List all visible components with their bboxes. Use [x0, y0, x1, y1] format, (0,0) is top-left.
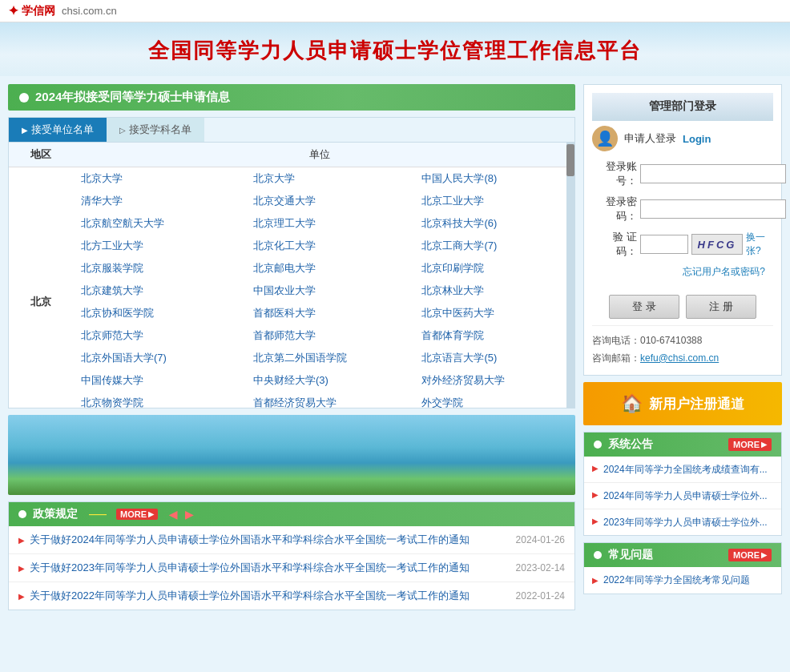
- scrollbar-track[interactable]: [566, 143, 574, 408]
- university-data-table: 北京北京大学北京大学中国人民大学(8)清华大学北京交通大学北京工业大学北京航空航…: [9, 167, 566, 408]
- col-header-unit: 单位: [73, 143, 566, 167]
- contact-info: 咨询电话：010-67410388 咨询邮箱：kefu@chsi.com.cn: [592, 325, 773, 367]
- register-banner[interactable]: 🏠 新用户注册通道: [583, 382, 782, 425]
- table-cell-university[interactable]: 北京师范大学: [73, 324, 245, 347]
- table-cell-university[interactable]: 首都经济贸易大学: [245, 392, 414, 408]
- table-cell-university[interactable]: 北京协和医学院: [73, 302, 245, 324]
- faq-item[interactable]: ▶2022年同等学力全国统考常见问题: [584, 567, 781, 594]
- faq-more-btn[interactable]: MORE ▶: [728, 549, 772, 561]
- policy-item-date: 2022-01-24: [516, 590, 565, 602]
- faq-title: 常见问题: [608, 548, 653, 562]
- site-title: 全国同等学力人员申请硕士学位管理工作信息平台: [0, 37, 790, 65]
- announce-item[interactable]: ▶2023年同等学力人员申请硕士学位外...: [584, 509, 781, 535]
- forgot-link[interactable]: 忘记用户名或密码?: [592, 265, 765, 279]
- policy-items: ▶关于做好2024年同等学力人员申请硕士学位外国语水平和学科综合水平全国统一考试…: [9, 526, 574, 610]
- table-cell-university[interactable]: 北京航空航天大学: [73, 212, 245, 235]
- faq-items: ▶2022年同等学力全国统考常见问题: [584, 567, 781, 594]
- university-table: 地区 单位: [9, 143, 566, 167]
- table-cell-university[interactable]: 首都体育学院: [413, 324, 566, 347]
- table-cell-university[interactable]: 北京工业大学: [413, 190, 566, 212]
- announce-item[interactable]: ▶2024年同等学力人员申请硕士学位外...: [584, 483, 781, 509]
- contact-email-link[interactable]: kefu@chsi.com.cn: [640, 352, 719, 364]
- table-cell-university[interactable]: 北京大学: [245, 167, 414, 190]
- table-row: 中国传媒大学中央财经大学(3)对外经济贸易大学: [9, 369, 566, 392]
- table-cell-university[interactable]: 北京工商大学(7): [413, 235, 566, 257]
- table-cell-university[interactable]: 北京化工大学: [245, 235, 414, 257]
- policy-box: 政策规定 —— MORE ▶ ◀ ▶ ▶关于做好2024年同等学力人员申请硕士学…: [8, 501, 575, 610]
- announce-items: ▶2024年同等学力全国统考成绩查询有...▶2024年同等学力人员申请硕士学位…: [584, 457, 781, 535]
- policy-item[interactable]: ▶关于做好2024年同等学力人员申请硕士学位外国语水平和学科综合水平全国统一考试…: [9, 526, 574, 554]
- announce-dot: [594, 441, 602, 449]
- login-box: 管理部门登录 👤 申请人登录 Login 登录账号： 登录密码： 验 证 码：: [583, 84, 782, 376]
- table-cell-university[interactable]: 北京大学: [73, 167, 245, 190]
- captcha-refresh-link[interactable]: 换一张?: [746, 231, 773, 258]
- house-icon: 🏠: [621, 393, 643, 414]
- site-logo: ✦ 学信网: [8, 3, 55, 18]
- policy-item-text: 关于做好2022年同等学力人员申请硕士学位外国语水平和学科综合水平全国统一考试工…: [30, 589, 511, 603]
- tab-arrow-active: ▶: [22, 126, 28, 135]
- table-cell-university[interactable]: 北京中医药大学: [413, 302, 566, 324]
- section-header: 2024年拟接受同等学力硕士申请信息: [8, 84, 575, 111]
- policy-item-date: 2023-02-14: [516, 562, 565, 573]
- username-input[interactable]: [640, 164, 786, 183]
- password-input[interactable]: [640, 199, 786, 219]
- policy-bullet: ▶: [18, 592, 25, 601]
- table-cell-university[interactable]: 北京物资学院: [73, 392, 245, 408]
- table-cell-university[interactable]: 北京服装学院: [73, 257, 245, 280]
- policy-nav-btn[interactable]: ◀: [169, 509, 177, 521]
- table-area: 地区 单位 北京北京大学北京大学中国人民大学(8)清华大学北京交通大学北京工业大…: [9, 143, 574, 408]
- table-cell-university[interactable]: 清华大学: [73, 190, 245, 212]
- scrollbar-thumb[interactable]: [566, 144, 574, 176]
- login-button[interactable]: 登 录: [609, 295, 679, 319]
- table-cell-university[interactable]: 北京科技大学(6): [413, 212, 566, 235]
- table-cell-university[interactable]: 首都师范大学: [245, 324, 414, 347]
- table-cell-university[interactable]: 中国农业大学: [245, 280, 414, 302]
- table-cell-university[interactable]: 北京外国语大学(7): [73, 347, 245, 369]
- policy-item-date: 2024-01-26: [516, 534, 565, 545]
- announce-item[interactable]: ▶2024年同等学力全国统考成绩查询有...: [584, 457, 781, 483]
- table-row: 北京北京大学北京大学中国人民大学(8): [9, 167, 566, 190]
- table-cell-university[interactable]: 中央财经大学(3): [245, 369, 414, 392]
- username-row: 登录账号：: [592, 159, 773, 188]
- username-label: 登录账号：: [592, 159, 637, 188]
- table-scroll[interactable]: 北京北京大学北京大学中国人民大学(8)清华大学北京交通大学北京工业大学北京航空航…: [9, 167, 566, 408]
- table-cell-university[interactable]: 北京第二外国语学院: [245, 347, 414, 369]
- policy-title: 政策规定: [33, 507, 78, 521]
- table-cell-university[interactable]: 北京印刷学院: [413, 257, 566, 280]
- policy-item[interactable]: ▶关于做好2022年同等学力人员申请硕士学位外国语水平和学科综合水平全国统一考试…: [9, 582, 574, 610]
- tab-subject-list[interactable]: ▷ 接受学科名单: [107, 118, 204, 142]
- table-cell-university[interactable]: 对外经济贸易大学: [413, 369, 566, 392]
- faq-bullet: ▶: [592, 576, 599, 585]
- policy-more-btn[interactable]: MORE ▶: [116, 509, 158, 520]
- policy-dot: [18, 510, 26, 518]
- login-link[interactable]: Login: [683, 133, 711, 145]
- table-cell-university[interactable]: 中国传媒大学: [73, 369, 245, 392]
- table-row: 北京物资学院首都经济贸易大学外交学院: [9, 392, 566, 408]
- faq-header: 常见问题 MORE ▶: [584, 543, 781, 567]
- policy-nav-btn2[interactable]: ▶: [185, 509, 193, 521]
- table-cell-university[interactable]: 北京交通大学: [245, 190, 414, 212]
- table-cell-university[interactable]: 北京理工大学: [245, 212, 414, 235]
- register-button[interactable]: 注 册: [686, 295, 756, 319]
- table-cell-university[interactable]: 中国人民大学(8): [413, 167, 566, 190]
- table-cell-university[interactable]: 外交学院: [413, 392, 566, 408]
- button-row: 登 录 注 册: [592, 295, 773, 319]
- policy-item-text: 关于做好2024年同等学力人员申请硕士学位外国语水平和学科综合水平全国统一考试工…: [30, 533, 511, 547]
- table-cell-university[interactable]: 北京建筑大学: [73, 280, 245, 302]
- policy-item[interactable]: ▶关于做好2023年同等学力人员申请硕士学位外国语水平和学科综合水平全国统一考试…: [9, 554, 574, 582]
- top-bar: ✦ 学信网 chsi.com.cn: [0, 0, 790, 22]
- table-cell-university[interactable]: 首都医科大学: [245, 302, 414, 324]
- table-row: 北京服装学院北京邮电大学北京印刷学院: [9, 257, 566, 280]
- table-cell-university[interactable]: 北方工业大学: [73, 235, 245, 257]
- announce-more-btn[interactable]: MORE ▶: [728, 438, 772, 451]
- right-panel: 管理部门登录 👤 申请人登录 Login 登录账号： 登录密码： 验 证 码：: [583, 84, 782, 610]
- policy-item-text: 关于做好2023年同等学力人员申请硕士学位外国语水平和学科综合水平全国统一考试工…: [30, 561, 511, 575]
- tab-arrow-inactive: ▷: [119, 126, 126, 135]
- captcha-input[interactable]: [640, 235, 688, 254]
- table-cell-university[interactable]: 北京林业大学: [413, 280, 566, 302]
- table-cell-university[interactable]: 北京邮电大学: [245, 257, 414, 280]
- announce-header: 系统公告 MORE ▶: [584, 433, 781, 457]
- tab-row: ▶ 接受单位名单 ▷ 接受学科名单: [9, 118, 574, 143]
- tab-unit-list[interactable]: ▶ 接受单位名单: [9, 118, 107, 142]
- table-cell-university[interactable]: 北京语言大学(5): [413, 347, 566, 369]
